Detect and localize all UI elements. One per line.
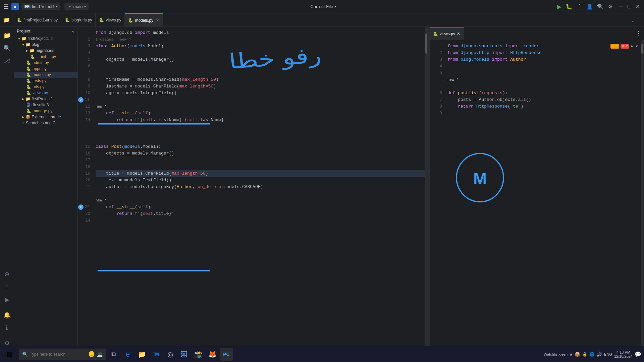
code-area-left[interactable]: رفو خطا from django.db import models 3 u… — [93, 27, 425, 352]
taskbar-edge-icon[interactable]: e — [121, 348, 134, 361]
tree-views[interactable]: 🐍 views.py — [14, 90, 77, 96]
project-expand-icon[interactable]: ⌄ — [71, 29, 75, 34]
taskbar-store-icon[interactable]: 🛍 — [150, 348, 162, 361]
sidebar-icon-more[interactable]: ⋯ — [1, 68, 13, 80]
right-line-8: return HttpResponse("te") — [447, 103, 641, 110]
taskbar-task-icon[interactable]: ⧉ — [107, 348, 120, 361]
taskbar-folder-icon[interactable]: 📁 — [136, 348, 148, 361]
settings-icon[interactable]: ⚙ — [608, 3, 612, 10]
right-tab-close[interactable]: ✕ — [457, 32, 460, 36]
tree-models[interactable]: 🐍 models.py — [14, 72, 77, 78]
right-tab-icon: 🐍 — [433, 32, 438, 36]
current-file-label[interactable]: Current File ▾ — [310, 4, 336, 9]
editor-right-content[interactable]: ⚠ 1 ✗ 2 ∧ ∨ 1 2 3 4 5 6 7 8 9 — [430, 40, 644, 352]
tab-urls-firstproject[interactable]: 🐍 firstProject1\urls.py — [13, 13, 61, 27]
branch-badge[interactable]: ⎇ main ▾ — [64, 3, 88, 10]
code-area-right[interactable]: from django.shortcuts import render from… — [445, 40, 641, 352]
minimize-button[interactable]: ─ — [619, 4, 623, 10]
windows-icon: ⊞ — [7, 350, 12, 358]
sidebar-icon-folder[interactable]: 📁 — [1, 29, 13, 42]
code-line-return1: return f'{self.firstName} {self.lastName… — [96, 117, 425, 123]
tree-scratches[interactable]: ≡ Scratches and C — [14, 120, 77, 126]
system-clock[interactable]: 4:18 PM 12/10/2024 — [614, 350, 633, 358]
taskbar-searchbar[interactable]: 🔍 🪙 💻 — [19, 349, 106, 360]
sidebar-icon-notifications[interactable]: 🔔 — [1, 309, 13, 321]
tree-external-libs[interactable]: ▸ 📦 External Librarie — [14, 114, 77, 120]
warnings-expand[interactable]: ∧ ∨ — [631, 44, 638, 49]
code-line-objects2: objects = models.Manager() — [96, 150, 425, 157]
user-icon[interactable]: 👤 — [586, 3, 593, 10]
sys-tray-more[interactable]: ∧ — [570, 352, 573, 357]
tab-overflow-icon[interactable]: ⌄ — [631, 17, 635, 23]
tree-admin[interactable]: 🐍 admin.py — [14, 60, 77, 66]
tree-firstproject-sub[interactable]: ▸ 📁 firstProject1 — [14, 96, 77, 102]
urls-label: urls.py — [33, 84, 44, 89]
run-button[interactable]: ▶ — [557, 3, 561, 10]
tree-init[interactable]: 🐍 __init__.py — [14, 54, 77, 60]
editor-left: 2 3 4 5 6 7 8 9 10 ⚙11 12 13 14 15 16 17… — [78, 27, 428, 352]
sidebar-icon-plugins[interactable]: ⊕ — [1, 268, 13, 280]
code-line-firstname: firstName = models.CharField(max_length=… — [96, 76, 425, 83]
sidebar-icon-search[interactable]: 🔍 — [1, 42, 13, 54]
root-folder-icon: ▾ — [18, 36, 20, 41]
project-dropdown-icon[interactable]: ▾ — [56, 5, 58, 8]
tree-migrations[interactable]: ▸ 📁 migrations — [14, 48, 77, 54]
db-icon: 🗄 — [26, 103, 30, 107]
code-line-lastname: lastName = models.CharField(max_length=5… — [96, 83, 425, 90]
project-badge[interactable]: FP firstProject1 ▾ — [21, 3, 60, 10]
taskbar-firefox-icon[interactable]: 🦊 — [206, 348, 219, 361]
tab-models[interactable]: 🐍 models.py ✕ — [125, 13, 163, 27]
code-line-author: author = models.ForeignKey(Author, on_de… — [96, 184, 425, 190]
tab-views[interactable]: 🐍 views.py — [96, 13, 125, 27]
admin-icon: 🐍 — [26, 60, 31, 65]
taskbar-search-icon: 🔍 — [22, 352, 28, 357]
left-scrollbar[interactable] — [425, 27, 428, 352]
views-icon: 🐍 — [26, 90, 31, 95]
debug-icon[interactable]: 🐛 — [566, 3, 572, 10]
search-icon[interactable]: 🔍 — [597, 3, 604, 10]
sidebar-icon-git[interactable]: ⎇ — [1, 55, 13, 67]
hamburger-icon[interactable]: ☰ — [3, 3, 9, 10]
taskbar-search-input[interactable] — [30, 352, 86, 357]
tree-urls[interactable]: 🐍 urls.py — [14, 84, 77, 90]
sidebar-toggle-button[interactable]: 📁 — [0, 13, 13, 27]
blog-folder-icon: ▾ — [22, 42, 24, 47]
current-file-dropdown-icon[interactable]: ▾ — [334, 5, 336, 8]
project-header[interactable]: Project ⌄ — [14, 27, 77, 36]
restore-button[interactable]: ⧠ — [627, 4, 632, 9]
tree-db[interactable]: 🗄 db.sqlite3 — [14, 102, 77, 108]
sidebar-icon-run[interactable]: ▶ — [1, 294, 13, 306]
sys-tray-notif[interactable]: 💬 — [635, 351, 641, 357]
more-options-icon[interactable]: ⋮ — [576, 3, 582, 10]
tree-manage[interactable]: 🐍 manage.py — [14, 108, 77, 114]
taskbar-instagram-icon[interactable]: 📸 — [192, 348, 205, 361]
taskbar-search-avatar: 🪙 — [88, 351, 95, 357]
right-tab-views[interactable]: 🐍 views.py ✕ — [430, 27, 464, 40]
sidebar-icon-info[interactable]: ℹ — [1, 322, 13, 334]
tree-blog[interactable]: ▾ 📁 blog — [14, 42, 77, 48]
line-numbers-right: 1 2 3 4 5 6 7 8 9 — [430, 40, 445, 352]
right-panel-more[interactable]: ⋮ — [633, 30, 644, 37]
code-line-blank7 — [96, 137, 425, 143]
error-badge: ✗ 2 — [621, 44, 629, 49]
taskbar-img-icon[interactable]: 🖼 — [178, 348, 191, 361]
tab-urls-blog[interactable]: 🐍 blog\urls.py — [61, 13, 96, 27]
tree-apps[interactable]: 🐍 apps.py — [14, 66, 77, 72]
taskbar-chrome-icon[interactable]: ◎ — [164, 348, 176, 361]
close-button[interactable]: ✕ — [636, 3, 640, 10]
urls-icon: 🐍 — [26, 84, 31, 89]
editor-left-content[interactable]: 2 3 4 5 6 7 8 9 10 ⚙11 12 13 14 15 16 17… — [78, 27, 428, 352]
tab-close-models[interactable]: ✕ — [155, 18, 160, 23]
code-line-objects1: objects = models.Manager() — [96, 56, 425, 63]
tab-icon-models: 🐍 — [128, 18, 133, 23]
sidebar-icon-layers[interactable]: ≡ — [1, 281, 13, 293]
sys-tray-lang[interactable]: ENG — [604, 352, 612, 356]
tree-root[interactable]: ▾ 📁 firstProject1 G — [14, 36, 77, 42]
taskbar-pycharm-icon[interactable]: PC — [220, 348, 233, 361]
code-line-blank9 — [96, 164, 425, 170]
start-button[interactable]: ⊞ — [3, 348, 16, 361]
branch-dropdown-icon[interactable]: ▾ — [84, 5, 86, 8]
tree-tests[interactable]: 🐍 tests.py — [14, 78, 77, 84]
tab-more-icon[interactable]: ⋮ — [637, 17, 641, 23]
right-scrollbar[interactable] — [641, 40, 644, 352]
